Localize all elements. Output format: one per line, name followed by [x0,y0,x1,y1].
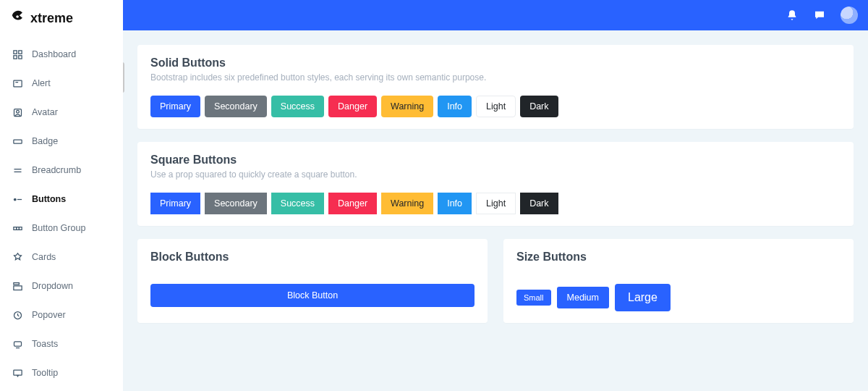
card-subtitle: Use a prop squared to quickly create a s… [150,169,841,180]
svg-rect-1 [18,50,21,53]
svg-point-6 [16,110,19,113]
sidebar-item-popover[interactable]: Popover [0,300,123,329]
size-button-row: Small Medium Large [516,284,841,311]
card-block-buttons: Block Buttons Block Button [137,239,488,323]
sidebar-item-label: Buttons [32,194,66,204]
toasts-icon [12,338,23,350]
button-warning[interactable]: Warning [381,96,433,117]
sidebar-item-toasts[interactable]: Toasts [0,329,123,358]
sidebar-item-label: Dashboard [32,49,76,59]
square-button-row: Primary Secondary Success Danger Warning… [150,193,841,214]
square-button-danger[interactable]: Danger [328,193,377,214]
button-info[interactable]: Info [438,96,472,117]
sidebar-item-label: Badge [32,136,58,146]
card-title: Size Buttons [516,251,841,264]
solid-button-row: Primary Secondary Success Danger Warning… [150,96,841,117]
svg-rect-15 [14,341,21,345]
button-large[interactable]: Large [615,284,671,311]
main-column: Solid Buttons Bootstrap includes six pre… [123,0,868,391]
svg-rect-13 [13,285,21,290]
sidebar-item-badge[interactable]: Badge [0,127,123,156]
button-light[interactable]: Light [476,96,516,117]
logo-icon [10,9,26,28]
notifications-icon[interactable] [786,9,799,22]
tooltip-icon [12,367,23,379]
square-button-success[interactable]: Success [271,193,324,214]
popover-icon [12,309,23,321]
card-square-buttons: Square Buttons Use a prop squared to qui… [137,142,854,226]
square-button-light[interactable]: Light [476,193,516,214]
dropdown-icon [12,280,23,292]
messages-icon[interactable] [813,9,826,22]
svg-rect-2 [13,55,16,58]
breadcrumb-icon [12,164,23,176]
square-button-info[interactable]: Info [438,193,472,214]
alert-icon [12,77,23,89]
sidebar-item-alert[interactable]: Alert [0,69,123,98]
sidebar-item-label: Toasts [32,339,58,349]
svg-rect-7 [13,140,21,143]
user-avatar[interactable] [841,7,858,24]
svg-rect-4 [13,80,21,87]
sidebar-item-label: Cards [32,252,56,262]
card-title: Block Buttons [150,251,475,264]
button-medium[interactable]: Medium [557,287,609,308]
block-button[interactable]: Block Button [150,284,475,307]
card-title: Solid Buttons [150,56,841,70]
svg-rect-16 [13,370,21,375]
content-area: Solid Buttons Bootstrap includes six pre… [123,30,868,391]
sidebar-item-avatar[interactable]: Avatar [0,98,123,127]
sidebar-item-buttons[interactable]: Buttons [0,185,123,214]
buttons-icon [12,193,23,205]
card-solid-buttons: Solid Buttons Bootstrap includes six pre… [137,45,854,129]
sidebar-item-dropdown[interactable]: Dropdown [0,272,123,300]
sidebar-item-cards[interactable]: Cards [0,243,123,272]
sidebar-item-label: Button Group [32,223,85,233]
badge-icon [12,135,23,147]
sidebar-item-label: Alert [32,78,51,88]
sidebar-item-label: Dropdown [32,281,73,291]
sidebar-item-label: Avatar [32,107,58,117]
button-group-icon [12,222,23,234]
avatar-icon [12,106,23,118]
sidebar-item-button-group[interactable]: Button Group [0,214,123,243]
button-small[interactable]: Small [516,290,551,306]
svg-rect-0 [13,50,16,53]
button-success[interactable]: Success [271,96,324,117]
button-secondary[interactable]: Secondary [205,96,267,117]
cards-icon [12,251,23,263]
topbar [123,0,868,30]
card-title: Square Buttons [150,154,841,167]
svg-rect-3 [18,55,21,58]
sidebar: xtreme Dashboard Alert Avatar Badge Brea… [0,0,123,391]
sidebar-nav: Dashboard Alert Avatar Badge Breadcrumb … [0,37,123,390]
brand[interactable]: xtreme [0,0,123,37]
sidebar-item-label: Tooltip [32,368,58,378]
sidebar-item-dashboard[interactable]: Dashboard [0,40,123,69]
svg-rect-11 [19,227,22,230]
button-danger[interactable]: Danger [328,96,377,117]
square-button-secondary[interactable]: Secondary [205,193,267,214]
brand-name: xtreme [30,11,73,26]
scrollbar-thumb[interactable] [123,62,124,93]
sidebar-item-breadcrumb[interactable]: Breadcrumb [0,156,123,185]
svg-rect-12 [13,282,19,285]
square-button-dark[interactable]: Dark [520,193,558,214]
square-button-warning[interactable]: Warning [381,193,433,214]
sidebar-item-label: Breadcrumb [32,165,81,175]
sidebar-item-label: Popover [32,310,66,320]
square-button-primary[interactable]: Primary [150,193,200,214]
button-primary[interactable]: Primary [150,96,200,117]
card-size-buttons: Size Buttons Small Medium Large [503,239,854,323]
svg-point-8 [13,198,16,201]
button-dark[interactable]: Dark [520,96,558,117]
dashboard-icon [12,49,23,60]
card-subtitle: Bootstrap includes six predefined button… [150,72,841,83]
sidebar-item-tooltip[interactable]: Tooltip [0,358,123,387]
